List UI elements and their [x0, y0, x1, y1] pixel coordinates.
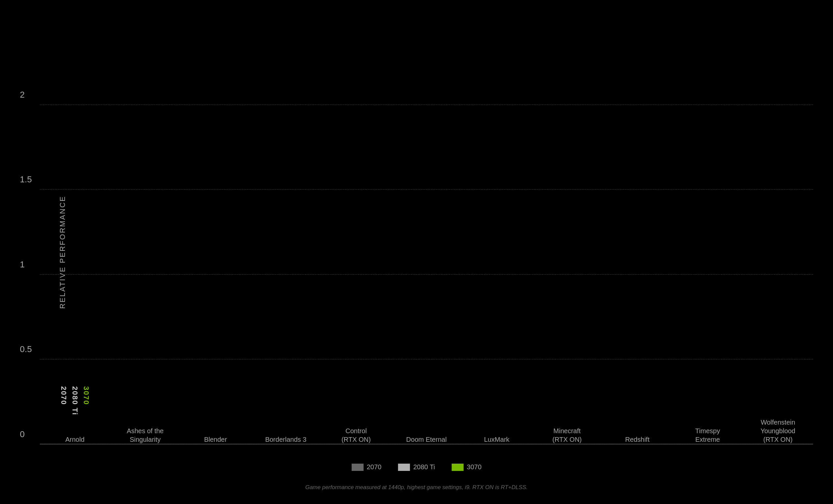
bar-group: LuxMark [462, 20, 532, 444]
x-label: Arnold [65, 435, 85, 444]
x-label: Control(RTX ON) [341, 427, 371, 444]
x-label: Ashes of the Singularity [119, 427, 171, 444]
bar-group: Redshift [602, 20, 672, 444]
bar-group: Ashes of the Singularity [110, 20, 180, 444]
bar-group: WolfensteinYoungblood(RTX ON) [743, 20, 813, 444]
bar-group: Minecraft(RTX ON) [532, 20, 602, 444]
grid-line [40, 444, 813, 445]
y-tick-label: 0.5 [20, 344, 32, 354]
y-tick-label: 1 [20, 259, 24, 269]
x-label: Redshift [625, 435, 649, 444]
footnote: Game performance measured at 1440p, high… [305, 484, 528, 491]
bar-group: Blender [181, 20, 251, 444]
legend-swatch-2070 [351, 463, 363, 471]
grid-line [40, 189, 813, 190]
x-label: Blender [204, 435, 227, 444]
legend-label-3070: 3070 [467, 463, 482, 471]
legend-swatch-3070 [451, 463, 463, 471]
x-label: WolfensteinYoungblood(RTX ON) [760, 418, 795, 444]
chart-area: 20702080 Ti3070ArnoldAshes of the Singul… [40, 20, 813, 445]
chart-container: RELATIVE PERFORMANCE 20702080 Ti3070Arno… [0, 0, 833, 504]
legend-item-2070: 2070 [351, 463, 382, 471]
x-label: Borderlands 3 [265, 435, 307, 444]
bar-group: Control(RTX ON) [321, 20, 391, 444]
legend-label-3070: 3070 [82, 386, 90, 405]
x-label: TimespyExtreme [695, 427, 720, 444]
legend: 20702080 Ti3070 [351, 463, 482, 471]
x-label: LuxMark [484, 435, 509, 444]
x-label: Minecraft(RTX ON) [552, 427, 582, 444]
y-tick-label-zero: 0 [20, 429, 24, 439]
bar-group: Borderlands 3 [251, 20, 321, 444]
bar-group: Doom Eternal [391, 20, 461, 444]
grid-line [40, 105, 813, 105]
grid-line [40, 359, 813, 359]
legend-label-2080ti: 2080 Ti [413, 463, 435, 471]
bars-wrapper: 20702080 Ti3070ArnoldAshes of the Singul… [40, 20, 813, 445]
legend-swatch-2080ti [398, 463, 410, 471]
bar-group: 20702080 Ti3070Arnold [40, 20, 110, 444]
x-label: Doom Eternal [406, 435, 447, 444]
bar-group: TimespyExtreme [672, 20, 743, 444]
legend-item-3070: 3070 [451, 463, 482, 471]
grid-line [40, 274, 813, 275]
y-tick-label: 1.5 [20, 174, 32, 185]
legend-item-2080ti: 2080 Ti [398, 463, 435, 471]
legend-label-2080ti: 2080 Ti [71, 386, 79, 415]
legend-label-2070: 2070 [367, 463, 382, 471]
legend-label-2070: 2070 [59, 386, 68, 405]
y-tick-label: 2 [20, 90, 24, 100]
